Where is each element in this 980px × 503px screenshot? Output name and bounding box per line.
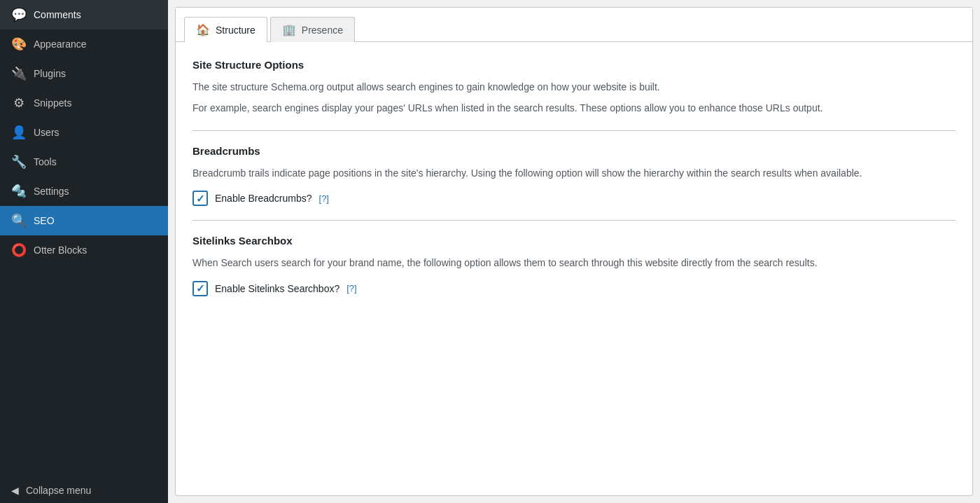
sitelinks-checkbox-row: Enable Sitelinks Searchbox? [?] — [192, 281, 955, 296]
divider-1 — [192, 130, 955, 131]
sidebar-item-appearance[interactable]: 🎨 Appearance — [0, 29, 168, 59]
sidebar-item-users[interactable]: 👤 Users — [0, 118, 168, 147]
sitelinks-section: Sitelinks Searchbox When Search users se… — [192, 235, 955, 296]
site-structure-title: Site Structure Options — [192, 59, 955, 71]
sidebar-item-tools[interactable]: 🔧 Tools — [0, 147, 168, 177]
sidebar-item-seo[interactable]: 🔍 SEO — [0, 206, 168, 235]
content-body: Site Structure Options The site structur… — [176, 42, 972, 313]
breadcrumbs-checkbox-row: Enable Breadcrumbs? [?] — [192, 191, 955, 206]
content-area: 🏠 Structure 🏢 Presence Site Structure Op… — [175, 7, 973, 496]
sitelinks-desc: When Search users search for your brand … — [192, 255, 955, 270]
sidebar-item-label: Otter Blocks — [34, 244, 87, 256]
snippets-icon: ⚙ — [11, 95, 27, 111]
breadcrumbs-title: Breadcrumbs — [192, 145, 955, 157]
tab-presence[interactable]: 🏢 Presence — [270, 17, 355, 42]
tab-presence-label: Presence — [302, 25, 343, 36]
sidebar-item-label: SEO — [34, 215, 55, 226]
tabs-bar: 🏠 Structure 🏢 Presence — [176, 8, 972, 42]
enable-breadcrumbs-checkbox[interactable] — [192, 191, 208, 206]
breadcrumbs-help-link[interactable]: [?] — [319, 193, 329, 204]
enable-sitelinks-checkbox[interactable] — [192, 281, 208, 296]
users-icon: 👤 — [11, 125, 27, 140]
breadcrumbs-section: Breadcrumbs Breadcrumb trails indicate p… — [192, 145, 955, 206]
sidebar-item-label: Comments — [34, 9, 81, 20]
sidebar-item-label: Tools — [34, 156, 57, 167]
sitelinks-help-link[interactable]: [?] — [346, 283, 356, 294]
seo-icon: 🔍 — [11, 213, 27, 228]
plugins-icon: 🔌 — [11, 66, 27, 81]
structure-tab-icon: 🏠 — [196, 23, 210, 36]
presence-tab-icon: 🏢 — [282, 23, 296, 36]
breadcrumbs-checkbox-label: Enable Breadcrumbs? — [215, 193, 312, 204]
sidebar-item-label: Appearance — [34, 39, 87, 50]
site-structure-desc1: The site structure Schema.org output all… — [192, 79, 955, 95]
sidebar-item-snippets[interactable]: ⚙ Snippets — [0, 88, 168, 118]
collapse-menu-button[interactable]: ◀ Collapse menu — [0, 478, 168, 503]
sidebar-item-label: Snippets — [34, 97, 71, 109]
sitelinks-checkbox-label: Enable Sitelinks Searchbox? — [215, 283, 340, 294]
sidebar-item-label: Settings — [34, 186, 69, 197]
settings-icon: 🔩 — [11, 184, 27, 199]
sidebar: 💬 Comments 🎨 Appearance 🔌 Plugins ⚙ Snip… — [0, 0, 168, 503]
sidebar-item-comments[interactable]: 💬 Comments — [0, 0, 168, 29]
site-structure-section: Site Structure Options The site structur… — [192, 59, 955, 116]
collapse-label: Collapse menu — [26, 485, 91, 496]
sidebar-item-label: Plugins — [34, 68, 66, 79]
collapse-icon: ◀ — [11, 485, 19, 496]
divider-2 — [192, 220, 955, 221]
tools-icon: 🔧 — [11, 154, 27, 170]
appearance-icon: 🎨 — [11, 36, 27, 52]
sitelinks-title: Sitelinks Searchbox — [192, 235, 955, 247]
sidebar-item-label: Users — [34, 127, 59, 138]
main-content: 🏠 Structure 🏢 Presence Site Structure Op… — [168, 0, 980, 503]
comments-icon: 💬 — [11, 7, 27, 22]
tab-structure-label: Structure — [216, 25, 255, 36]
sidebar-item-plugins[interactable]: 🔌 Plugins — [0, 59, 168, 88]
otter-blocks-icon: ⭕ — [11, 242, 27, 258]
tab-structure[interactable]: 🏠 Structure — [184, 17, 267, 42]
sidebar-item-settings[interactable]: 🔩 Settings — [0, 177, 168, 206]
sidebar-item-otter-blocks[interactable]: ⭕ Otter Blocks — [0, 235, 168, 265]
breadcrumbs-desc: Breadcrumb trails indicate page position… — [192, 165, 955, 181]
site-structure-desc2: For example, search engines display your… — [192, 100, 955, 116]
